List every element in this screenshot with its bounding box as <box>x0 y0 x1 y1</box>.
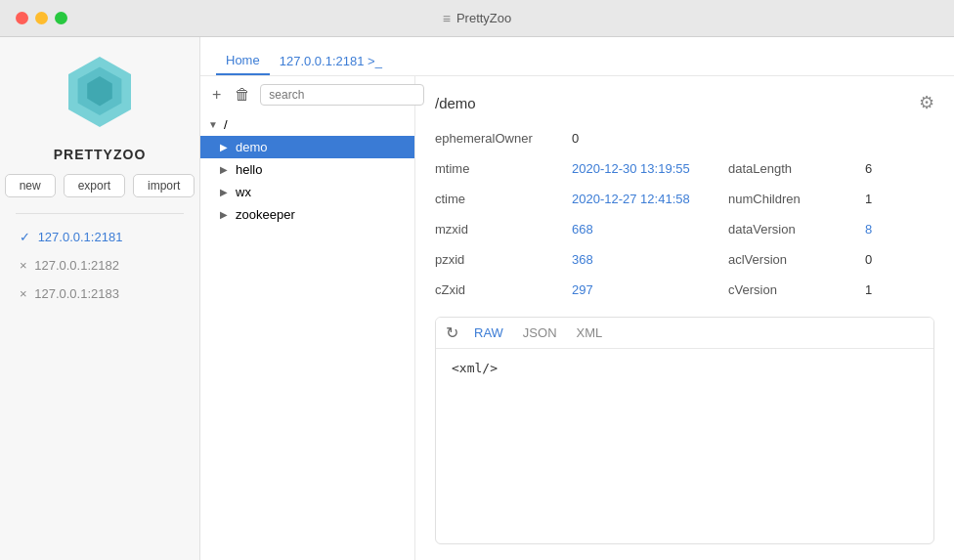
field-value: 1 <box>865 279 924 301</box>
tree-node-demo[interactable]: ▶ demo <box>200 136 414 158</box>
field-value: 0 <box>865 248 924 271</box>
tab-raw[interactable]: RAW <box>470 323 507 342</box>
new-button[interactable]: new <box>5 174 56 197</box>
main-layout: PRETTYZOO new export import 127.0.0.1:21… <box>0 37 954 560</box>
expand-arrow: ▶ <box>220 187 232 197</box>
field-label: mtime <box>435 157 572 180</box>
tab-json[interactable]: JSON <box>519 323 561 342</box>
node-label: wx <box>236 185 251 199</box>
field-value: 668 <box>572 218 728 240</box>
add-node-button[interactable]: + <box>208 84 225 106</box>
field-value: 1 <box>865 188 924 210</box>
logo-area <box>0 53 199 147</box>
tree-node-root[interactable]: ▼ / <box>200 113 414 136</box>
tree-toolbar: + 🗑 <box>200 84 414 113</box>
content-area: Home 127.0.0.1:2181 >_ + 🗑 ▼ / ▶ dem <box>200 37 954 560</box>
field-label: ctime <box>435 188 572 210</box>
expand-arrow: ▼ <box>208 119 220 130</box>
node-label: / <box>224 117 228 132</box>
expand-arrow: ▶ <box>220 142 232 152</box>
traffic-lights <box>16 12 67 24</box>
window-title: PrettyZoo <box>443 11 512 26</box>
tree-node-hello[interactable]: ▶ hello <box>200 158 414 181</box>
logo-text: PRETTYZOO <box>0 147 199 162</box>
export-button[interactable]: export <box>64 174 125 197</box>
close-button[interactable] <box>16 12 28 24</box>
field-label: ephemeralOwner <box>435 127 572 150</box>
code-content: <xml/> <box>436 349 933 447</box>
refresh-button[interactable]: ↻ <box>446 323 458 342</box>
code-viewer-tabs: ↻ RAW JSON XML <box>436 318 933 349</box>
field-value: 2020-12-30 13:19:55 <box>572 157 728 180</box>
tab-home[interactable]: Home <box>216 47 270 75</box>
detail-path: /demo ⚙ <box>435 92 934 113</box>
field-label: mzxid <box>435 218 572 240</box>
delete-node-button[interactable]: 🗑 <box>231 84 254 106</box>
field-value: 2020-12-27 12:41:58 <box>572 188 728 210</box>
field-value: 297 <box>572 279 728 301</box>
node-label: hello <box>236 162 262 177</box>
field-label: numChildren <box>728 188 865 210</box>
code-viewer: ↻ RAW JSON XML <xml/> <box>435 317 934 544</box>
field-value: 368 <box>572 248 728 271</box>
field-value: 0 <box>572 127 728 150</box>
field-value: 8 <box>865 218 924 240</box>
split-view: + 🗑 ▼ / ▶ demo ▶ hello ▶ <box>200 76 954 560</box>
path-actions: ⚙ <box>919 92 934 113</box>
minimize-button[interactable] <box>35 12 48 24</box>
server-list: 127.0.0.1:2181 127.0.0.1:2182 127.0.0.1:… <box>0 226 199 305</box>
top-nav: Home 127.0.0.1:2181 >_ <box>200 37 954 76</box>
logo-icon <box>61 53 139 131</box>
import-button[interactable]: import <box>133 174 195 197</box>
expand-arrow: ▶ <box>220 209 232 220</box>
tree-panel: + 🗑 ▼ / ▶ demo ▶ hello ▶ <box>200 76 415 560</box>
title-bar: PrettyZoo <box>0 0 954 37</box>
tree-node-wx[interactable]: ▶ wx <box>200 181 414 203</box>
detail-grid: ephemeralOwner 0 mtime 2020-12-30 13:19:… <box>435 127 934 301</box>
path-action-button[interactable]: ⚙ <box>919 92 934 113</box>
sidebar-actions: new export import <box>0 174 199 213</box>
breadcrumb: 127.0.0.1:2181 >_ <box>270 48 392 74</box>
node-label: demo <box>236 140 268 154</box>
field-value: 6 <box>865 157 924 180</box>
tree-node-zookeeper[interactable]: ▶ zookeeper <box>200 203 414 226</box>
sidebar: PRETTYZOO new export import 127.0.0.1:21… <box>0 37 200 560</box>
expand-arrow: ▶ <box>220 164 232 175</box>
tree-search-input[interactable] <box>260 84 424 106</box>
field-label: cZxid <box>435 279 572 301</box>
maximize-button[interactable] <box>55 12 67 24</box>
node-label: zookeeper <box>236 207 295 222</box>
field-label: aclVersion <box>728 248 865 271</box>
field-label: dataLength <box>728 157 865 180</box>
server-item[interactable]: 127.0.0.1:2182 <box>12 254 188 277</box>
server-item[interactable]: 127.0.0.1:2181 <box>12 226 188 248</box>
server-item[interactable]: 127.0.0.1:2183 <box>12 282 188 305</box>
field-label: dataVersion <box>728 218 865 240</box>
field-label: cVersion <box>728 279 865 301</box>
tab-xml[interactable]: XML <box>573 323 607 342</box>
detail-panel: /demo ⚙ ephemeralOwner 0 mtime 2020-12-3… <box>415 76 954 560</box>
field-label: pzxid <box>435 248 572 271</box>
sidebar-divider <box>16 213 184 214</box>
